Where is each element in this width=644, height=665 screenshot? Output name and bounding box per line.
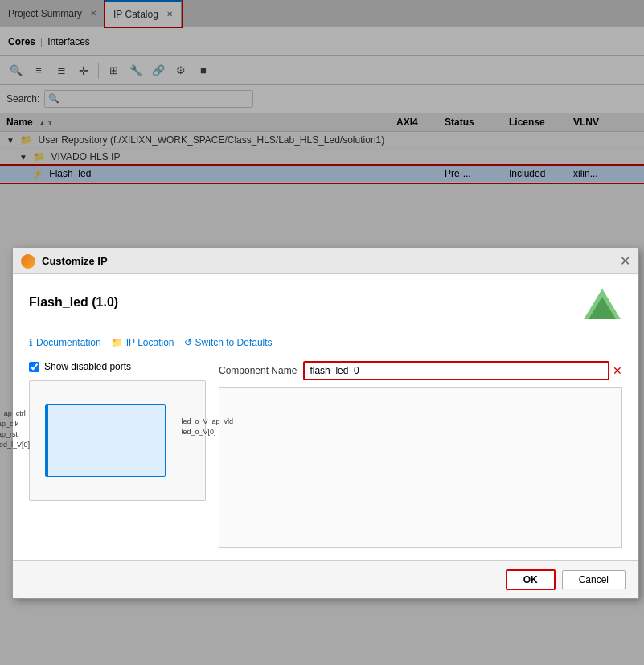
dialog-title-bar: Customize IP ✕ [13, 248, 638, 274]
show-disabled-ports: Show disabled ports [29, 361, 206, 372]
port-ap-rst: ap_rst [0, 430, 30, 438]
customize-ip-dialog: Customize IP ✕ Flash_led (1.0) ℹ Documen… [12, 248, 639, 599]
info-icon: ℹ [29, 337, 33, 348]
ip-block: + ap_ctrl ap_clk ap_rst led_l_V[0] [45, 404, 166, 477]
right-panel: Component Name ✕ [219, 361, 622, 548]
right-content-area [219, 387, 622, 548]
dialog-body: Flash_led (1.0) ℹ Documentation 📁 IP Loc… [13, 274, 638, 560]
component-name-clear-btn[interactable]: ✕ [613, 364, 622, 377]
ip-location-link[interactable]: 📁 IP Location [111, 337, 174, 348]
component-name-row: Component Name ✕ [219, 361, 622, 380]
ok-button[interactable]: OK [506, 569, 556, 590]
switch-defaults-link[interactable]: ↺ Switch to Defaults [184, 337, 273, 348]
documentation-link[interactable]: ℹ Documentation [29, 337, 101, 348]
dialog-logo-icon [21, 254, 35, 269]
dialog-footer: OK Cancel [13, 560, 638, 598]
dialog-close-button[interactable]: ✕ [620, 253, 630, 269]
port-led-lv: led_l_V[0] [0, 441, 30, 449]
ip-preview: + ap_ctrl ap_clk ap_rst led_l_V[0] [29, 380, 206, 501]
port-led-o-v: led_o_V[0] [181, 428, 233, 436]
folder-link-icon: 📁 [111, 337, 123, 348]
component-name-label: Component Name [219, 365, 297, 376]
dialog-content: Show disabled ports + ap_ctrl ap [29, 361, 622, 548]
port-ap-clk: ap_clk [0, 420, 30, 428]
component-name-input[interactable] [303, 361, 609, 380]
left-panel: Show disabled ports + ap_ctrl ap [29, 361, 206, 548]
cancel-button[interactable]: Cancel [562, 570, 626, 589]
vivado-logo [582, 287, 622, 327]
dialog-ip-name: Flash_led (1.0) [29, 295, 118, 310]
show-ports-label: Show disabled ports [44, 361, 131, 372]
port-ap-ctrl: + ap_ctrl [0, 409, 30, 417]
port-led-o-ap-vld: led_o_V_ap_vld [181, 417, 233, 425]
dialog-links: ℹ Documentation 📁 IP Location ↺ Switch t… [29, 337, 622, 348]
show-ports-checkbox[interactable] [29, 362, 39, 372]
refresh-icon: ↺ [184, 337, 192, 348]
dialog-title-text: Customize IP [42, 255, 620, 267]
